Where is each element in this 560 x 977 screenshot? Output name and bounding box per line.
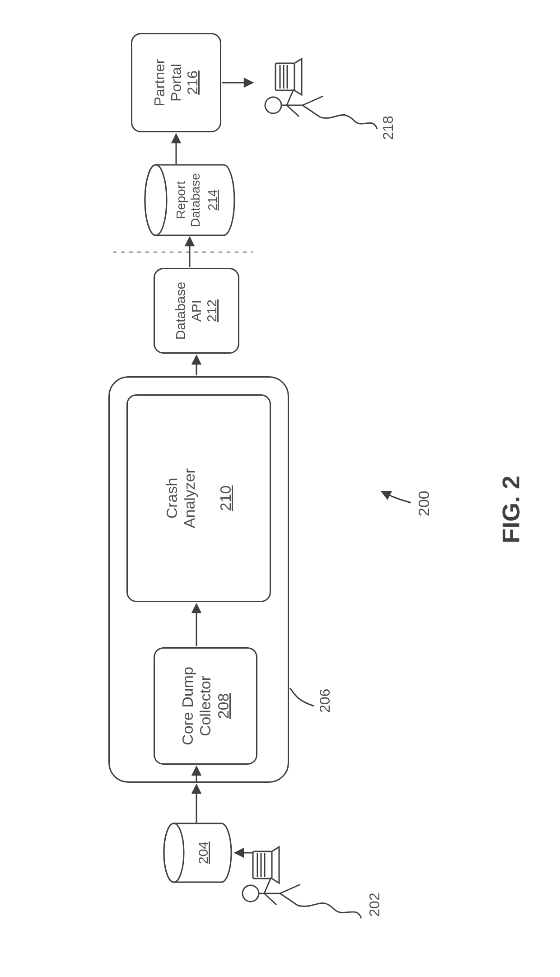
- figure-label: FIG. 2: [497, 476, 525, 543]
- container-ref: 206: [317, 689, 333, 713]
- user-left-ref: 202: [366, 893, 383, 916]
- svg-point-1: [164, 823, 184, 882]
- report-db-label-2: Database: [188, 173, 202, 227]
- user-left-icon: [243, 847, 361, 918]
- cylinder-left-ref: 204: [196, 841, 210, 864]
- leader-200: [382, 491, 411, 503]
- svg-point-9: [265, 97, 281, 113]
- leader-206: [290, 688, 314, 706]
- report-db-ref: 214: [205, 190, 219, 211]
- svg-rect-10: [275, 63, 294, 90]
- user-right-ref: 218: [380, 116, 396, 140]
- overall-ref: 200: [415, 491, 432, 516]
- diagram-canvas: Core Dump Collector 208 Crash Analyzer 2…: [0, 0, 560, 977]
- rotated-stage: Core Dump Collector 208 Crash Analyzer 2…: [0, 0, 560, 977]
- user-right-icon: [265, 59, 377, 129]
- diagram-svg: 204 Report Database 214: [0, 0, 560, 977]
- svg-point-4: [243, 885, 259, 902]
- svg-rect-5: [253, 851, 272, 879]
- svg-point-3: [145, 165, 167, 235]
- report-db-label-1: Report: [174, 181, 188, 219]
